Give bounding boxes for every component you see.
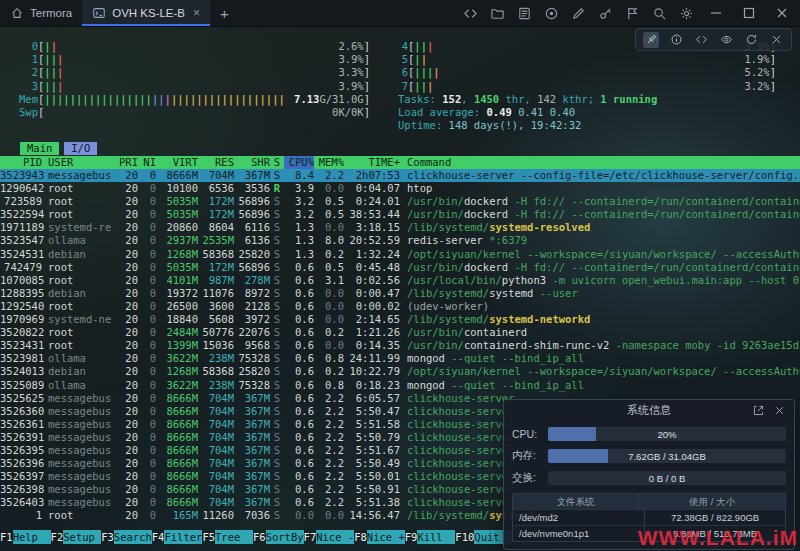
process-row[interactable]: 1288395debian20019372110768972S0.60.00:0…: [0, 287, 800, 300]
fkey-number: F9: [405, 530, 418, 544]
column-header-mem[interactable]: MEM%: [314, 156, 344, 169]
fkey-f4[interactable]: F4Filter: [152, 530, 203, 544]
cell-user: debian: [42, 287, 114, 300]
cell-time: 2:14.65: [344, 313, 400, 326]
settings-gear-icon[interactable]: [675, 2, 697, 24]
cell-cpu: 0.0: [284, 509, 314, 522]
cell-user: root: [42, 509, 114, 522]
cell-pid: 1: [0, 509, 42, 522]
column-header-time[interactable]: TIME+: [344, 156, 400, 169]
cell-user: root: [42, 326, 114, 339]
key-icon[interactable]: [594, 2, 616, 24]
cell-pri: 20: [114, 208, 138, 221]
maximize-button[interactable]: [735, 0, 763, 26]
new-tab-button[interactable]: +: [210, 0, 239, 26]
process-row[interactable]: 723589root2005035M172M56896S3.20.50:24.0…: [0, 195, 800, 208]
process-row[interactable]: 1970969systemd-ne2001884056083972S0.60.0…: [0, 313, 800, 326]
process-row[interactable]: 3524531debian2001268M5836825820S1.30.21:…: [0, 248, 800, 261]
cell-virt: 3622M: [156, 379, 198, 392]
open-in-window-icon[interactable]: [750, 403, 766, 419]
meter-space: [63, 80, 338, 93]
code-icon[interactable]: [459, 2, 481, 24]
process-row[interactable]: 3523547ollama2002937M2535M6136S1.38.020:…: [0, 234, 800, 247]
cell-cpu: 0.6: [284, 274, 314, 287]
column-header-ni[interactable]: NI: [138, 156, 156, 169]
meter-label: 0: [14, 40, 38, 53]
cell-pid: 3526391: [0, 431, 42, 444]
fkey-f3[interactable]: F3Search: [101, 530, 152, 544]
tab-close-icon[interactable]: ×: [193, 6, 200, 20]
info-icon[interactable]: [668, 32, 684, 48]
meter-value: 3.3%: [338, 66, 363, 79]
cell-ni: 0: [138, 444, 156, 457]
overlay-close-icon[interactable]: [768, 32, 784, 48]
tab-session[interactable]: OVH KS-LE-B ×: [82, 0, 210, 26]
fkey-f5[interactable]: F5Tree: [202, 530, 253, 544]
metric-value: 0 B / 0 B: [548, 471, 786, 485]
fkey-f9[interactable]: F9Kill: [405, 530, 456, 544]
pin-icon[interactable]: [643, 32, 659, 48]
process-row[interactable]: 1290642root2001010065363536R3.90.00:04.0…: [0, 182, 800, 195]
fkey-f1[interactable]: F1Help: [0, 530, 51, 544]
edit-icon[interactable]: [567, 2, 589, 24]
column-header-pri[interactable]: PRI: [114, 156, 138, 169]
fkey-f7[interactable]: F7Nice -: [304, 530, 355, 544]
process-row[interactable]: 1070085root2004101M987M278MS0.63.10:02.5…: [0, 274, 800, 287]
process-row[interactable]: 3525089ollama2003622M238M75328S0.60.80:1…: [0, 379, 800, 392]
cell-virt: 3622M: [156, 352, 198, 365]
terminal-view[interactable]: 0[||2.6%]1[|||3.9%]2[|||3.3%]3[|||3.9%]M…: [0, 26, 800, 551]
process-row[interactable]: 1292540root2002650036002128S0.60.00:00.0…: [0, 300, 800, 313]
column-header-pid[interactable]: PID: [0, 156, 42, 169]
column-header-s[interactable]: S: [270, 156, 284, 169]
fkey-number: F1: [0, 530, 13, 544]
search-icon[interactable]: [648, 2, 670, 24]
column-header-res[interactable]: RES: [198, 156, 234, 169]
tab-home[interactable]: Termora: [0, 0, 82, 26]
flag-icon[interactable]: [621, 2, 643, 24]
cell-res: 172M: [198, 195, 234, 208]
minimize-button[interactable]: [702, 0, 730, 26]
process-row[interactable]: 3524013debian2001268M5836825820S0.60.210…: [0, 365, 800, 378]
cell-cpu: 0.6: [284, 287, 314, 300]
process-row[interactable]: 1971189systemd-re2002086086046116S1.30.0…: [0, 221, 800, 234]
cell-s: S: [270, 221, 284, 234]
system-info-panel-header[interactable]: 系统信息: [504, 400, 794, 421]
column-header-cmd[interactable]: Command: [400, 156, 800, 169]
meter-line: 0[||2.6%]: [14, 40, 370, 53]
cell-ni: 0: [138, 274, 156, 287]
panel-close-icon[interactable]: [771, 403, 787, 419]
code-snippet-icon[interactable]: [693, 32, 709, 48]
cell-pid: 3522594: [0, 208, 42, 221]
fs-usage: 72.38GB / 822.90GB: [645, 510, 785, 525]
fkey-number: F8: [354, 530, 367, 544]
file-list-icon[interactable]: [513, 2, 535, 24]
column-header-user[interactable]: USER: [42, 156, 114, 169]
cell-mem: 0.5: [314, 208, 344, 221]
fkey-f2[interactable]: F2Setup: [51, 530, 102, 544]
record-icon[interactable]: [540, 2, 562, 24]
meter-bracket: ]: [364, 106, 370, 119]
terminal-overlay-toolbar: [635, 28, 792, 51]
process-row[interactable]: 3522594root2005035M172M56896S3.20.538:53…: [0, 208, 800, 221]
column-header-shr[interactable]: SHR: [234, 156, 270, 169]
column-header-cpu[interactable]: CPU%: [284, 156, 314, 169]
cell-ni: 0: [138, 208, 156, 221]
htop-tab-main[interactable]: Main: [20, 142, 59, 155]
process-row[interactable]: 742479root2005035M172M56896S0.60.50:45.4…: [0, 261, 800, 274]
process-row[interactable]: 3523431root2001399M150369568S0.60.00:14.…: [0, 339, 800, 352]
htop-tab-io[interactable]: I/O: [64, 142, 97, 155]
fkey-f8[interactable]: F8Nice +: [354, 530, 405, 544]
process-row[interactable]: 3523981ollama2003622M238M75328S0.60.824:…: [0, 352, 800, 365]
process-row[interactable]: 3523943messagebus2008666M704M367MS8.42.2…: [0, 169, 800, 182]
close-button[interactable]: [768, 0, 796, 26]
eye-icon[interactable]: [718, 32, 734, 48]
cell-command: /lib/systemd/systemd-resolved: [400, 221, 800, 234]
load-average-line-segment: 0.40: [550, 106, 575, 119]
meter-bracket: ]: [364, 40, 370, 53]
cell-ni: 0: [138, 496, 156, 509]
folder-icon[interactable]: [486, 2, 508, 24]
column-header-virt[interactable]: VIRT: [156, 156, 198, 169]
refresh-icon[interactable]: [743, 32, 759, 48]
fkey-f6[interactable]: F6SortBy: [253, 530, 304, 544]
process-row[interactable]: 3520822root2002484M5077622076S0.60.21:21…: [0, 326, 800, 339]
